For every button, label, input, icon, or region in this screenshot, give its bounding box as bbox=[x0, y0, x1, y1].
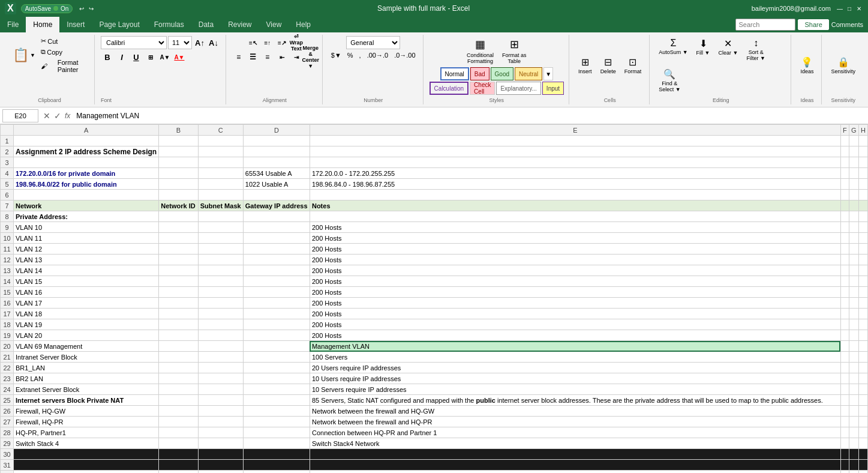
table-cell[interactable] bbox=[840, 373, 849, 384]
table-cell[interactable]: Management VLAN bbox=[310, 341, 840, 352]
table-cell[interactable] bbox=[198, 449, 243, 460]
formula-input[interactable] bbox=[75, 110, 866, 121]
table-cell[interactable] bbox=[243, 406, 310, 417]
table-cell[interactable] bbox=[858, 438, 867, 449]
table-cell[interactable] bbox=[310, 211, 840, 222]
table-cell[interactable] bbox=[840, 471, 849, 474]
decrease-font-button[interactable]: A↓ bbox=[207, 36, 220, 49]
table-cell[interactable] bbox=[159, 449, 199, 460]
table-cell[interactable] bbox=[849, 384, 858, 395]
table-cell[interactable] bbox=[243, 309, 310, 319]
table-cell[interactable] bbox=[840, 352, 849, 363]
format-as-table-button[interactable]: ⊞ Format asTable bbox=[499, 36, 530, 66]
table-cell[interactable] bbox=[840, 341, 849, 352]
table-cell[interactable] bbox=[858, 179, 867, 190]
minimize-button[interactable]: — bbox=[836, 4, 844, 13]
tab-help[interactable]: Help bbox=[289, 17, 318, 32]
table-cell[interactable]: Public Address: bbox=[14, 471, 159, 474]
table-cell[interactable] bbox=[840, 179, 849, 190]
table-cell[interactable]: 200 Hosts bbox=[310, 298, 840, 309]
table-cell[interactable] bbox=[243, 233, 310, 244]
table-cell[interactable] bbox=[849, 276, 858, 287]
table-cell[interactable] bbox=[858, 190, 867, 200]
table-cell[interactable]: VLAN 10 bbox=[14, 222, 159, 233]
table-cell[interactable] bbox=[858, 449, 867, 460]
style-normal[interactable]: Normal bbox=[440, 67, 469, 80]
table-cell[interactable]: Assignment 2 IP address Scheme Design bbox=[14, 146, 159, 157]
table-cell[interactable] bbox=[840, 395, 849, 406]
table-cell[interactable] bbox=[159, 460, 199, 471]
table-cell[interactable] bbox=[840, 200, 849, 211]
table-cell[interactable] bbox=[198, 265, 243, 276]
table-cell[interactable]: VLAN 19 bbox=[14, 319, 159, 330]
table-cell[interactable] bbox=[14, 157, 159, 168]
table-cell[interactable] bbox=[858, 244, 867, 255]
style-explanatory[interactable]: Explanatory... bbox=[496, 82, 540, 95]
table-cell[interactable]: 20 Users require IP addresses bbox=[310, 363, 840, 373]
table-cell[interactable] bbox=[849, 319, 858, 330]
table-cell[interactable] bbox=[849, 438, 858, 449]
table-cell[interactable] bbox=[159, 287, 199, 298]
table-cell[interactable] bbox=[159, 244, 199, 255]
table-cell[interactable] bbox=[849, 136, 858, 146]
table-cell[interactable] bbox=[840, 330, 849, 341]
table-cell[interactable] bbox=[840, 157, 849, 168]
table-cell[interactable] bbox=[858, 200, 867, 211]
table-cell[interactable] bbox=[840, 309, 849, 319]
table-cell[interactable] bbox=[858, 146, 867, 157]
style-good[interactable]: Good bbox=[491, 67, 513, 80]
align-top-right-button[interactable]: ≡↗ bbox=[275, 36, 289, 49]
table-cell[interactable]: 200 Hosts bbox=[310, 309, 840, 319]
table-cell[interactable] bbox=[243, 373, 310, 384]
table-cell[interactable] bbox=[849, 265, 858, 276]
insert-function-icon[interactable]: fx bbox=[65, 112, 70, 120]
table-cell[interactable]: 1022 Usable A bbox=[243, 179, 310, 190]
table-cell[interactable] bbox=[840, 384, 849, 395]
table-cell[interactable] bbox=[159, 471, 199, 474]
table-cell[interactable]: 198.96.84.0/22 for public domain bbox=[14, 179, 159, 190]
wrap-text-button[interactable]: ⏎ Wrap Text bbox=[290, 36, 303, 49]
table-cell[interactable] bbox=[159, 330, 199, 341]
search-input[interactable] bbox=[735, 19, 795, 31]
table-cell[interactable] bbox=[198, 395, 243, 406]
table-cell[interactable] bbox=[858, 427, 867, 438]
table-cell[interactable] bbox=[840, 255, 849, 265]
table-cell[interactable] bbox=[858, 211, 867, 222]
table-cell[interactable] bbox=[858, 363, 867, 373]
table-cell[interactable] bbox=[159, 417, 199, 427]
table-cell[interactable] bbox=[849, 373, 858, 384]
table-cell[interactable] bbox=[198, 352, 243, 363]
table-cell[interactable]: 200 Hosts bbox=[310, 233, 840, 244]
table-cell[interactable] bbox=[198, 244, 243, 255]
row-header[interactable]: 7 bbox=[1, 200, 14, 211]
table-cell[interactable]: Intranet Server Block bbox=[14, 352, 159, 363]
align-top-left-button[interactable]: ≡↖ bbox=[247, 36, 260, 49]
font-name-select[interactable]: Calibri bbox=[101, 36, 167, 49]
table-cell[interactable] bbox=[840, 190, 849, 200]
table-cell[interactable]: Network bbox=[14, 200, 159, 211]
table-cell[interactable] bbox=[243, 449, 310, 460]
table-cell[interactable]: 200 Hosts bbox=[310, 276, 840, 287]
table-cell[interactable] bbox=[198, 330, 243, 341]
table-cell[interactable] bbox=[159, 438, 199, 449]
table-cell[interactable] bbox=[243, 298, 310, 309]
table-cell[interactable] bbox=[310, 136, 840, 146]
table-cell[interactable]: HQ-PR, Partner1 bbox=[14, 427, 159, 438]
cell-reference-box[interactable] bbox=[2, 109, 38, 122]
sheet-area[interactable]: A B C D E F G H 12Assignment 2 IP addres… bbox=[0, 124, 868, 473]
table-cell[interactable] bbox=[858, 384, 867, 395]
increase-indent-button[interactable]: ⇥ bbox=[290, 50, 303, 64]
autosum-button[interactable]: Σ AutoSum ▼ bbox=[656, 36, 690, 57]
table-cell[interactable] bbox=[243, 341, 310, 352]
row-header[interactable]: 13 bbox=[1, 265, 14, 276]
delete-cells-button[interactable]: ⊟ Delete bbox=[597, 55, 619, 76]
table-cell[interactable] bbox=[159, 319, 199, 330]
table-cell[interactable] bbox=[840, 406, 849, 417]
table-cell[interactable] bbox=[858, 287, 867, 298]
table-cell[interactable]: 200 Hosts bbox=[310, 244, 840, 255]
table-cell[interactable] bbox=[243, 287, 310, 298]
table-cell[interactable] bbox=[243, 352, 310, 363]
tab-view[interactable]: View bbox=[259, 17, 289, 32]
table-cell[interactable]: VLAN 17 bbox=[14, 298, 159, 309]
table-cell[interactable] bbox=[198, 373, 243, 384]
